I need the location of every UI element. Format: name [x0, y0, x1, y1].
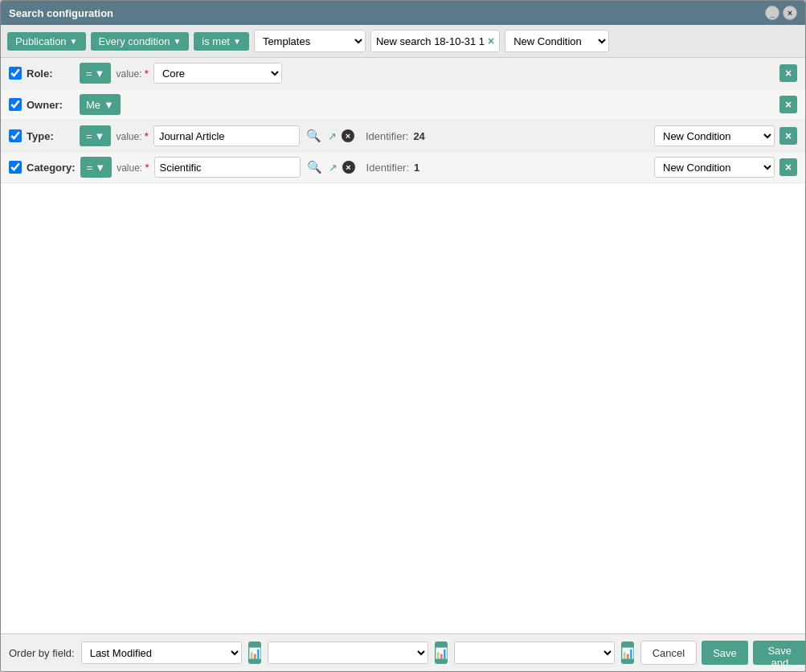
category-required-star: *: [145, 162, 149, 174]
category-checkbox[interactable]: [9, 161, 22, 174]
role-eq-button[interactable]: = ▼: [80, 63, 111, 84]
type-clear-icon[interactable]: ×: [342, 129, 354, 142]
role-required-star: *: [145, 68, 149, 80]
type-remove-button[interactable]: ×: [779, 127, 797, 145]
category-val-label: value: *: [117, 162, 149, 174]
role-checkbox[interactable]: [9, 67, 22, 80]
owner-me-text: Me: [86, 99, 100, 111]
search-name-close-icon[interactable]: ×: [488, 35, 494, 47]
order-extra-select-1[interactable]: [268, 641, 428, 664]
category-external-link-icon[interactable]: ↗: [329, 162, 338, 174]
type-external-link-icon[interactable]: ↗: [328, 130, 337, 142]
chart-icon-1: 📊: [248, 647, 261, 659]
order-chart-button-2[interactable]: 📊: [435, 641, 448, 664]
templates-select[interactable]: Templates My Templates Shared Templates: [254, 30, 366, 52]
category-eq-arrow-icon: ▼: [95, 162, 105, 174]
type-new-condition-select[interactable]: New Condition Condition A Condition B: [654, 125, 775, 146]
footer-buttons: Cancel Save Save and search Quick search: [640, 641, 806, 665]
owner-row: Owner: Me ▼ ×: [1, 89, 805, 121]
type-row: Type: = ▼ value: * 🔍 ↗ × Identifier: 24 …: [1, 121, 805, 152]
category-identifier-value: 1: [414, 162, 419, 174]
type-eq-button[interactable]: = ▼: [80, 125, 111, 146]
chart-icon-3: 📊: [621, 647, 634, 659]
every-condition-button[interactable]: Every condition ▼: [91, 32, 190, 51]
title-bar: Search configuration _ ×: [1, 1, 805, 25]
search-name-text: New search 18-10-31 1: [376, 35, 485, 47]
order-extra-select-2[interactable]: [454, 641, 615, 664]
role-row: Role: = ▼ value: * Core Author Editor ×: [1, 58, 805, 89]
order-by-select[interactable]: Last Modified Title Date Created Author: [81, 641, 242, 664]
publication-arrow-icon: ▼: [70, 37, 78, 46]
bottom-bar: Order by field: Last Modified Title Date…: [1, 633, 805, 671]
type-checkbox[interactable]: [9, 129, 22, 142]
owner-me-arrow-icon: ▼: [104, 99, 114, 111]
close-button[interactable]: ×: [783, 6, 797, 20]
order-chart-button-1[interactable]: 📊: [248, 641, 261, 664]
category-eq-icon: =: [87, 162, 93, 174]
type-eq-icon: =: [86, 130, 92, 142]
role-val-label: value: *: [116, 68, 148, 80]
type-required-star: *: [145, 130, 149, 142]
search-name-tag: New search 18-10-31 1 ×: [370, 30, 500, 52]
cancel-button[interactable]: Cancel: [640, 641, 697, 665]
category-identifier-label: Identifier:: [366, 162, 409, 174]
category-clear-icon[interactable]: ×: [342, 161, 355, 174]
is-met-arrow-icon: ▼: [233, 37, 241, 46]
type-identifier-label: Identifier:: [366, 130, 408, 142]
category-search-icon[interactable]: 🔍: [305, 160, 324, 174]
order-by-label: Order by field:: [9, 647, 75, 659]
minimize-button[interactable]: _: [765, 6, 779, 20]
type-label: Type:: [27, 130, 75, 142]
owner-remove-button[interactable]: ×: [779, 96, 797, 113]
type-eq-arrow-icon: ▼: [95, 130, 105, 142]
category-new-condition-select[interactable]: New Condition Condition A Condition B: [654, 157, 775, 178]
type-value-input[interactable]: [153, 125, 300, 146]
type-search-icon[interactable]: 🔍: [305, 129, 323, 143]
category-value-input[interactable]: [154, 157, 301, 178]
role-label: Role:: [27, 68, 75, 80]
category-label: Category:: [27, 162, 76, 174]
category-eq-button[interactable]: = ▼: [80, 157, 112, 178]
category-row: Category: = ▼ value: * 🔍 ↗ × Identifier:…: [1, 152, 805, 183]
owner-label: Owner:: [27, 99, 75, 111]
publication-label: Publication: [15, 35, 67, 47]
role-eq-icon: =: [86, 68, 92, 80]
title-bar-buttons: _ ×: [765, 6, 797, 20]
role-eq-arrow-icon: ▼: [95, 68, 105, 80]
every-condition-label: Every condition: [99, 35, 170, 47]
is-met-button[interactable]: is met ▼: [194, 32, 249, 51]
save-and-search-button[interactable]: Save and search: [753, 641, 806, 665]
owner-me-button[interactable]: Me ▼: [80, 94, 121, 115]
role-remove-button[interactable]: ×: [779, 64, 797, 82]
order-chart-button-3[interactable]: 📊: [621, 641, 634, 664]
search-configuration-dialog: Search configuration _ × Publication ▼ E…: [0, 0, 806, 672]
every-condition-arrow-icon: ▼: [173, 37, 181, 46]
main-content: Role: = ▼ value: * Core Author Editor × …: [1, 58, 805, 633]
dialog-title: Search configuration: [9, 7, 113, 19]
toolbar: Publication ▼ Every condition ▼ is met ▼…: [1, 25, 805, 58]
role-value-select[interactable]: Core Author Editor: [153, 63, 282, 84]
is-met-label: is met: [202, 35, 230, 47]
new-condition-select-toolbar[interactable]: New Condition Condition A Condition B: [505, 30, 609, 52]
chart-icon-2: 📊: [435, 647, 448, 659]
publication-button[interactable]: Publication ▼: [7, 32, 86, 51]
save-button[interactable]: Save: [702, 641, 748, 665]
type-val-label: value: *: [116, 130, 148, 142]
type-identifier-value: 24: [413, 130, 424, 142]
category-remove-button[interactable]: ×: [779, 158, 797, 176]
owner-checkbox[interactable]: [9, 98, 22, 111]
